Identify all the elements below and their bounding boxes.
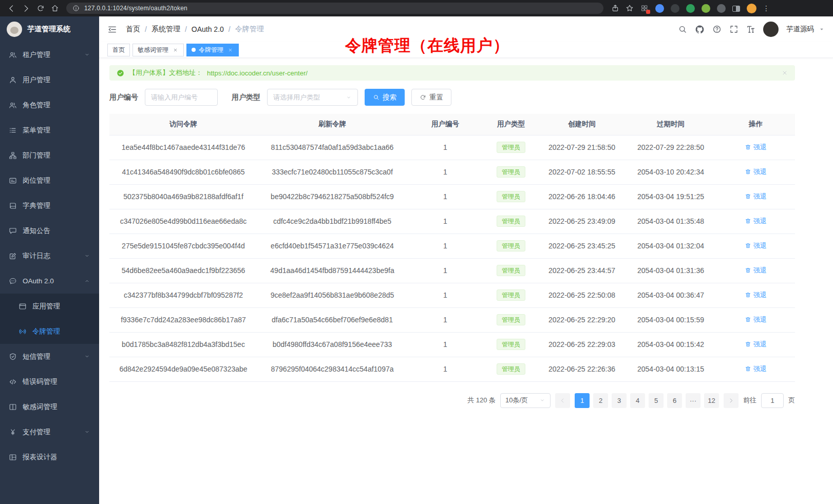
reading-mode-icon[interactable] xyxy=(732,6,740,12)
sidebar-item-notice[interactable]: 通知公告 xyxy=(0,218,99,243)
sidebar-item-role[interactable]: 角色管理 xyxy=(0,92,99,118)
user-id-input[interactable] xyxy=(145,89,218,106)
breadcrumb-item[interactable]: 首页 xyxy=(126,25,140,34)
sidebar-toggle-icon[interactable] xyxy=(107,25,117,34)
alert-close-icon[interactable] xyxy=(782,70,788,76)
browser-refresh-icon[interactable] xyxy=(34,2,47,15)
share-icon[interactable] xyxy=(609,2,621,15)
extension-gray-icon[interactable] xyxy=(717,4,726,13)
sidebar-item-post[interactable]: 岗位管理 xyxy=(0,168,99,193)
page-size-value: 10条/页 xyxy=(505,396,528,405)
sidebar-item-dept[interactable]: 部门管理 xyxy=(0,143,99,168)
action-cell: 强退 xyxy=(716,258,795,283)
force-logout-label: 强退 xyxy=(753,340,767,349)
delete-icon xyxy=(745,267,751,274)
sidebar-item-pay[interactable]: 支付管理 xyxy=(0,419,99,444)
next-page-button[interactable] xyxy=(724,393,739,408)
extension-dark-icon[interactable] xyxy=(671,4,679,13)
user-type-cell: 管理员 xyxy=(483,283,539,307)
font-size-icon[interactable] xyxy=(746,25,755,34)
sidebar-item-sensitive-word[interactable]: 敏感词管理 xyxy=(0,394,99,419)
tab-sensitive-word[interactable]: 敏感词管理 xyxy=(132,44,184,56)
table-row: c342377bf8b344799dcbf7bf095287f29ce8ef2a… xyxy=(109,283,795,307)
sidebar-logo-row[interactable]: 芋道管理系统 xyxy=(0,16,99,42)
user-type-select[interactable]: 请选择用户类型 xyxy=(267,89,358,106)
refresh-token-cell: b0df4980ffd34c67a08f9156e4eee733 xyxy=(257,332,407,357)
tab-home[interactable]: 首页 xyxy=(107,44,130,56)
sidebar-item-error-code[interactable]: 错误码管理 xyxy=(0,369,99,394)
success-check-icon xyxy=(117,69,124,77)
delete-icon xyxy=(745,341,751,347)
sidebar-item-dict[interactable]: 字典管理 xyxy=(0,193,99,218)
action-cell: 强退 xyxy=(716,283,795,307)
browser-profile-avatar[interactable] xyxy=(747,4,756,13)
table-row: b0d1785bc3a8482f812db4a3f3bd15ecb0df4980… xyxy=(109,332,795,357)
address-bar[interactable]: 127.0.0.1:1024/system/oauth2/token xyxy=(66,3,603,14)
reset-button[interactable]: 重置 xyxy=(411,89,451,106)
force-logout-button[interactable]: 强退 xyxy=(745,340,767,349)
help-icon[interactable] xyxy=(712,25,722,34)
user-avatar[interactable] xyxy=(763,22,779,37)
alert-text: 【用户体系】文档地址： xyxy=(129,68,202,77)
page-button-1[interactable]: 1 xyxy=(575,393,590,408)
page-button-3[interactable]: 3 xyxy=(612,393,627,408)
sidebar-item-app[interactable]: 应用管理 xyxy=(0,294,99,319)
extension-green-icon[interactable] xyxy=(686,4,695,13)
pinned-extension-icon[interactable] xyxy=(640,4,649,13)
user-menu-caret-icon[interactable] xyxy=(819,26,825,32)
sidebar-item-tenant[interactable]: 租户管理 xyxy=(0,42,99,67)
force-logout-button[interactable]: 强退 xyxy=(745,192,767,201)
extension-puzzle-icon[interactable] xyxy=(702,4,710,13)
tab-token[interactable]: 令牌管理 xyxy=(186,44,239,56)
tab-close-icon[interactable] xyxy=(172,46,179,53)
sidebar-item-menu[interactable]: 菜单管理 xyxy=(0,118,99,143)
alert-doc-link[interactable]: https://doc.iocoder.cn/user-center/ xyxy=(207,69,308,77)
force-logout-button[interactable]: 强退 xyxy=(745,167,767,177)
force-logout-button[interactable]: 强退 xyxy=(745,241,767,250)
more-pages-button[interactable]: ··· xyxy=(686,393,701,408)
username[interactable]: 芋道源码 xyxy=(786,25,814,34)
force-logout-button[interactable]: 强退 xyxy=(745,143,767,152)
goto-page-input[interactable] xyxy=(761,393,784,408)
browser-back-icon[interactable] xyxy=(5,2,18,15)
browser-forward-icon[interactable] xyxy=(20,2,32,15)
sidebar-item-audit-log[interactable]: 审计日志 xyxy=(0,243,99,268)
breadcrumb-item[interactable]: OAuth 2.0 xyxy=(192,25,224,33)
sidebar-item-user[interactable]: 用户管理 xyxy=(0,67,99,92)
sidebar-item-oauth2[interactable]: OAuth 2.0 xyxy=(0,268,99,294)
search-icon[interactable] xyxy=(678,25,687,34)
page-size-select[interactable]: 10条/页 xyxy=(500,393,551,408)
created-time-cell: 2022-06-25 22:29:03 xyxy=(539,332,625,357)
sidebar-item-report-designer[interactable]: 报表设计器 xyxy=(0,444,99,470)
page-button-6[interactable]: 6 xyxy=(667,393,682,408)
sidebar-item-token[interactable]: 令牌管理 xyxy=(0,319,99,344)
search-button[interactable]: 搜索 xyxy=(365,89,405,106)
browser-home-icon[interactable] xyxy=(48,2,61,15)
site-info-icon[interactable] xyxy=(72,4,80,12)
delete-icon xyxy=(745,365,751,372)
bookmark-star-icon[interactable] xyxy=(623,2,636,15)
code-icon xyxy=(9,378,17,386)
page-button-5[interactable]: 5 xyxy=(649,393,664,408)
tab-close-icon[interactable] xyxy=(226,46,234,53)
user-type-tag: 管理员 xyxy=(497,142,525,153)
sidebar-menu: 租户管理用户管理角色管理菜单管理部门管理岗位管理字典管理通知公告审计日志OAut… xyxy=(0,42,99,504)
page-button-12[interactable]: 12 xyxy=(704,393,719,408)
force-logout-button[interactable]: 强退 xyxy=(745,266,767,275)
fullscreen-icon[interactable] xyxy=(729,25,739,34)
active-tab-dot xyxy=(192,48,196,52)
force-logout-button[interactable]: 强退 xyxy=(745,290,767,300)
delete-icon xyxy=(745,144,751,150)
prev-page-button[interactable] xyxy=(555,393,570,408)
github-icon[interactable] xyxy=(695,25,705,34)
force-logout-button[interactable]: 强退 xyxy=(745,315,767,324)
force-logout-button[interactable]: 强退 xyxy=(745,217,767,226)
page-button-4[interactable]: 4 xyxy=(630,393,645,408)
page-button-2[interactable]: 2 xyxy=(593,393,608,408)
sidebar-item-label: 报表设计器 xyxy=(23,453,90,462)
force-logout-button[interactable]: 强退 xyxy=(745,364,767,374)
breadcrumb-item[interactable]: 系统管理 xyxy=(152,25,180,34)
sidebar-item-sms[interactable]: 短信管理 xyxy=(0,344,99,369)
browser-menu-icon[interactable]: ⋮ xyxy=(761,4,772,12)
extension-blue-icon[interactable] xyxy=(655,4,664,13)
